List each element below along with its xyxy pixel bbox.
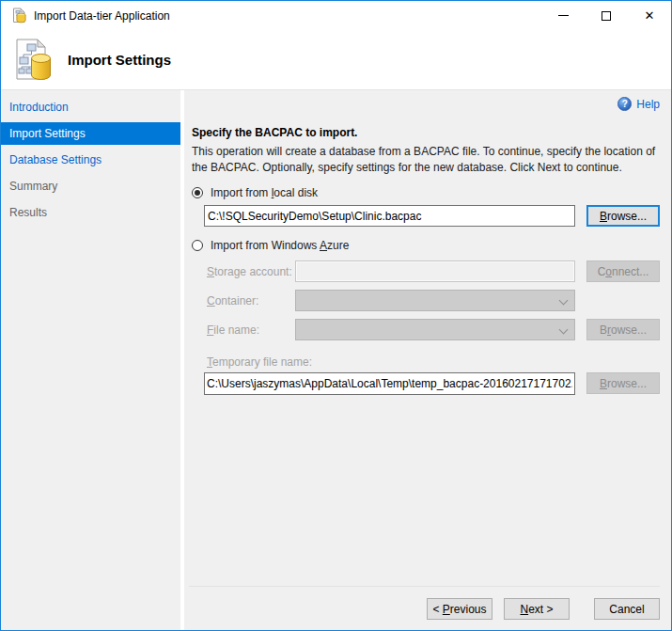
close-icon: ✕ [645,9,655,22]
maximize-icon [602,11,611,21]
radio-import-windows-azure[interactable]: Import from Windows Azure [192,239,660,252]
file-name-label: File name: [207,323,295,337]
browse-azure-file-button: Browse... [586,319,660,340]
radio-unselected-icon [192,240,203,251]
container-label: Container: [207,294,295,308]
file-name-dropdown [295,319,575,340]
sidebar-item-database-settings[interactable]: Database Settings [1,149,180,171]
wizard-steps-sidebar: Introduction Import Settings Database Se… [1,90,180,630]
chevron-down-icon [559,296,569,306]
radio-local-label: Import from local disk [211,186,318,199]
data-tier-application-icon [10,38,55,83]
radio-selected-icon [192,187,203,198]
help-row: ? Help [189,97,660,111]
section-description: This operation will create a database fr… [192,144,660,176]
browse-local-button[interactable]: Browse... [586,205,660,227]
wizard-header: Import Settings [1,30,671,90]
storage-account-row: Storage account: Connect... [207,260,660,282]
minimize-button[interactable] [541,1,585,30]
page-title: Import Settings [68,52,171,68]
next-button[interactable]: Next > [504,598,570,620]
container-row: Container: [207,290,660,311]
browse-temp-button: Browse... [586,372,660,394]
radio-azure-label: Import from Windows Azure [211,239,349,252]
sidebar-item-summary: Summary [1,175,180,197]
title-bar: Import Data-tier Application ✕ [1,1,671,30]
minimize-icon [558,15,569,16]
container-dropdown [295,290,575,311]
wizard-body: Introduction Import Settings Database Se… [1,90,671,630]
maximize-button[interactable] [585,1,628,30]
help-icon[interactable]: ? [617,97,632,111]
sidebar-item-introduction[interactable]: Introduction [1,96,180,118]
content-spacer [189,395,660,586]
help-link[interactable]: Help [636,98,660,111]
temporary-file-name-label: Temporary file name: [207,355,660,369]
storage-account-input [295,260,575,282]
previous-button[interactable]: < Previous [427,598,492,620]
section-heading: Specify the BACPAC to import. [192,126,660,139]
window-title: Import Data-tier Application [34,9,541,23]
close-button[interactable]: ✕ [628,1,671,30]
import-settings-panel: ? Help Specify the BACPAC to import. Thi… [184,90,671,630]
connect-button: Connect... [586,260,660,282]
radio-import-local-disk[interactable]: Import from local disk [192,186,660,199]
wizard-footer: < Previous Next > Cancel [189,586,660,630]
temporary-file-row: Browse... [204,372,660,395]
app-icon [11,8,27,24]
import-dta-wizard-window: Import Data-tier Application ✕ Import Se… [0,0,672,631]
local-path-row: Browse... [204,205,660,227]
sidebar-item-import-settings[interactable]: Import Settings [1,122,180,145]
sidebar-item-results: Results [1,201,180,224]
storage-account-label: Storage account: [207,265,295,278]
bacpac-path-input[interactable] [204,205,575,227]
cancel-button[interactable]: Cancel [594,598,660,620]
temporary-file-name-input[interactable] [204,372,575,395]
chevron-down-icon [559,325,569,335]
file-name-row: File name: Browse... [207,319,660,340]
